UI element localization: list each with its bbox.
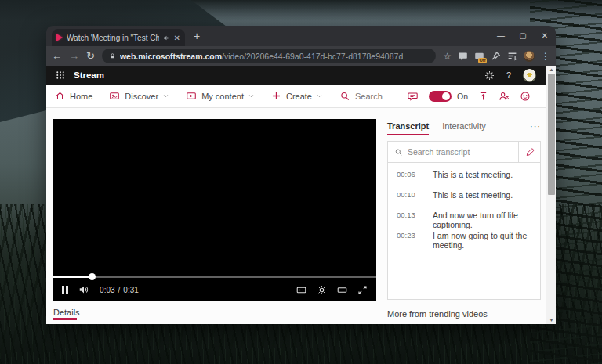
- player-controls: 0:03 / 0:31: [53, 278, 376, 301]
- captions-icon[interactable]: [296, 285, 307, 295]
- extension-pin-icon[interactable]: [491, 51, 501, 61]
- tab-title: Watch 'Meeting in "Test Cha: [67, 34, 159, 42]
- nav-label-my-content: My content: [201, 92, 244, 101]
- scrollbar-down-icon[interactable]: ▼: [546, 316, 556, 324]
- extension-icon[interactable]: [458, 51, 468, 61]
- stream-page: Stream ?: [46, 66, 556, 324]
- scrollbar-thumb[interactable]: [548, 74, 555, 195]
- settings-gear-icon[interactable]: [484, 70, 495, 81]
- tab-audio-icon[interactable]: [163, 34, 170, 41]
- chevron-down-icon: [162, 92, 169, 99]
- nav-label-create: Create: [286, 92, 312, 101]
- upload-icon[interactable]: [478, 91, 488, 102]
- nav-item-search[interactable]: Search: [339, 91, 383, 102]
- nav-label-home: Home: [70, 92, 92, 101]
- time-display: 0:03 / 0:31: [100, 286, 139, 294]
- transcript-row[interactable]: 00:23 I am now going to quit the meeting…: [388, 231, 540, 251]
- app-launcher-icon[interactable]: [56, 70, 65, 80]
- transcript-row[interactable]: 00:10 This is a test meeting.: [388, 190, 540, 211]
- search-icon: [394, 148, 403, 157]
- invite-person-icon[interactable]: [499, 91, 510, 102]
- transcript-text: This is a test meeting.: [433, 190, 513, 200]
- player-controls-right: [296, 285, 368, 295]
- transcript-timestamp: 00:10: [397, 190, 423, 199]
- lock-icon: [109, 52, 116, 59]
- nav-item-create[interactable]: Create: [271, 91, 323, 101]
- video-player[interactable]: 0:03 / 0:31: [53, 119, 376, 301]
- bookmark-star-icon[interactable]: ☆: [443, 51, 452, 62]
- browser-toolbar: ← → ↻ web.microsoftstream.com/video/2020…: [46, 46, 556, 66]
- stream-nav-left: Home Discover: [55, 91, 383, 102]
- total-time: 0:31: [123, 286, 138, 294]
- player-settings-gear-icon[interactable]: [317, 285, 327, 295]
- page-content: Stream ?: [46, 66, 546, 324]
- transcript-text: I am now going to quit the meeting.: [433, 231, 540, 250]
- home-icon: [55, 91, 65, 101]
- tab-details[interactable]: Details: [53, 308, 80, 320]
- nav-item-discover[interactable]: Discover: [109, 91, 169, 101]
- new-tab-button[interactable]: +: [194, 30, 200, 42]
- profile-avatar[interactable]: [524, 51, 535, 62]
- browser-window: Watch 'Meeting in "Test Cha ✕ + — ▢ ✕ ← …: [46, 26, 556, 324]
- maximize-button[interactable]: ▢: [512, 26, 534, 46]
- address-bar[interactable]: web.microsoftstream.com/video/20206e44-6…: [102, 49, 436, 63]
- nav-label-search: Search: [355, 92, 383, 101]
- chevron-down-icon: [248, 92, 255, 99]
- current-time: 0:03: [100, 286, 114, 294]
- transcript-tabs: Transcript Interactivity ···: [387, 119, 541, 138]
- stream-nav: Home Discover: [46, 85, 546, 108]
- browser-tab[interactable]: Watch 'Meeting in "Test Cha ✕: [52, 29, 185, 46]
- app-title: Stream: [74, 70, 104, 80]
- toggle-knob: [442, 92, 450, 100]
- url-path: /video/20206e44-69a0-417d-bc77-d8178e940…: [222, 52, 403, 61]
- volume-icon[interactable]: [78, 284, 89, 295]
- nav-item-my-content[interactable]: My content: [186, 91, 255, 101]
- caption-toggle[interactable]: [429, 91, 452, 102]
- transcript-search-input[interactable]: [408, 147, 512, 157]
- extension-off-badge: Off: [478, 58, 487, 63]
- fullscreen-icon[interactable]: [357, 285, 368, 295]
- stream-header: Stream ?: [46, 66, 546, 85]
- stream-favicon: [56, 34, 63, 41]
- stream-nav-right: On: [407, 91, 538, 102]
- captions-bubble-icon: [407, 91, 419, 102]
- trending-section-label: More from trending videos: [387, 309, 488, 319]
- tab-strip: Watch 'Meeting in "Test Cha ✕ + — ▢ ✕: [46, 26, 556, 46]
- player-controls-left: 0:03 / 0:31: [62, 284, 139, 295]
- back-icon[interactable]: ←: [52, 51, 62, 61]
- transcript-row[interactable]: 00:06 This is a test meeting.: [388, 170, 540, 190]
- nav-item-home[interactable]: Home: [55, 91, 92, 101]
- tab-interactivity[interactable]: Interactivity: [442, 121, 486, 135]
- transcript-edit-button[interactable]: [518, 142, 540, 162]
- extension-icon[interactable]: Off: [474, 51, 484, 61]
- transcript-row[interactable]: 00:13 And now we turn off life captionin…: [388, 211, 540, 231]
- transcript-text: And now we turn off life captioning.: [433, 211, 540, 229]
- plus-icon: [271, 91, 281, 101]
- chevron-down-icon: [316, 92, 323, 99]
- more-options-icon[interactable]: ···: [530, 121, 541, 135]
- url-domain: web.microsoftstream.com: [120, 52, 222, 61]
- transcript-search-row: [388, 142, 540, 163]
- transcript-search[interactable]: [388, 142, 518, 162]
- extension-list-icon[interactable]: [507, 51, 517, 61]
- tab-close-icon[interactable]: ✕: [174, 34, 180, 42]
- tab-transcript[interactable]: Transcript: [387, 121, 429, 135]
- help-icon[interactable]: ?: [506, 70, 511, 80]
- transcript-panel: Transcript Interactivity ···: [387, 119, 541, 300]
- transcript-timestamp: 00:23: [397, 231, 423, 240]
- scrollbar-up-icon[interactable]: ▲: [546, 66, 556, 74]
- browser-menu-icon[interactable]: ⋮: [541, 51, 550, 62]
- feedback-smiley-icon[interactable]: [520, 91, 531, 102]
- forward-icon[interactable]: →: [69, 51, 79, 61]
- caption-window-icon[interactable]: [336, 285, 348, 295]
- reload-icon[interactable]: ↻: [86, 51, 95, 61]
- pencil-icon: [525, 147, 535, 157]
- transcript-list: 00:06 This is a test meeting. 00:10 This…: [388, 163, 540, 251]
- user-avatar[interactable]: [523, 69, 536, 82]
- close-button[interactable]: ✕: [534, 26, 556, 46]
- url-text: web.microsoftstream.com/video/20206e44-6…: [120, 52, 403, 61]
- pause-button[interactable]: [62, 286, 68, 294]
- minimize-button[interactable]: —: [490, 26, 512, 46]
- page-scrollbar[interactable]: ▲ ▼: [546, 66, 556, 324]
- transcript-timestamp: 00:06: [397, 170, 423, 178]
